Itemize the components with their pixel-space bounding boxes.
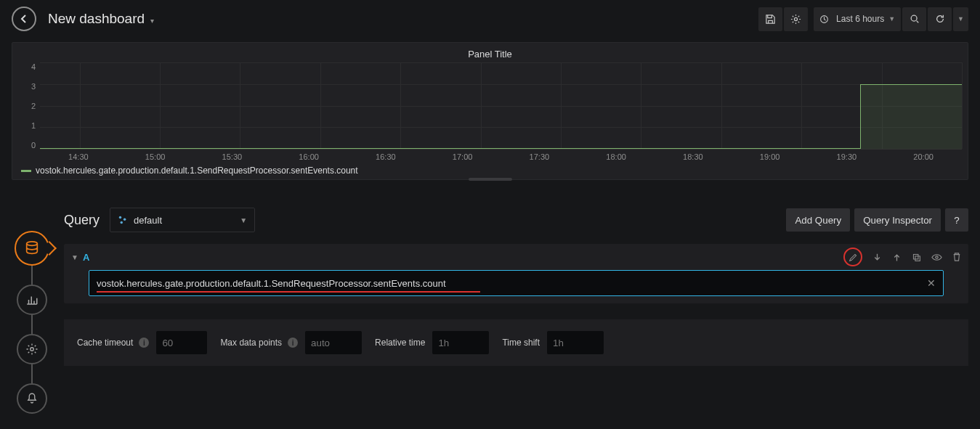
datasource-select[interactable]: default ▼	[110, 208, 255, 232]
tab-general[interactable]	[17, 334, 47, 364]
info-icon[interactable]: i	[139, 338, 149, 348]
move-down-button[interactable]	[872, 248, 882, 266]
tab-visualization[interactable]	[17, 285, 47, 315]
x-axis: 14:30 15:00 15:30 16:00 16:30 17:00 17:3…	[40, 150, 962, 161]
refresh-interval-button[interactable]: ▼	[953, 7, 968, 31]
trash-icon	[952, 252, 961, 262]
svg-rect-8	[913, 254, 918, 259]
chevron-down-icon: ▼	[888, 15, 895, 23]
bell-icon	[25, 392, 39, 405]
dashboard-title[interactable]: New dashboard ▾	[36, 11, 154, 27]
drag-handle[interactable]	[469, 178, 512, 181]
pencil-icon	[849, 253, 858, 262]
svg-rect-9	[915, 256, 920, 261]
svg-point-4	[31, 348, 34, 351]
datasource-icon	[118, 215, 128, 225]
svg-point-2	[911, 15, 917, 21]
relative-time-input[interactable]	[432, 331, 489, 354]
copy-icon	[912, 253, 921, 262]
legend-item[interactable]: vostok.hercules.gate.production.default.…	[18, 166, 962, 176]
settings-button[interactable]	[784, 7, 808, 31]
chevron-down-icon: ▼	[957, 15, 964, 23]
svg-point-7	[121, 221, 123, 224]
relative-time-label: Relative time	[375, 338, 432, 348]
zoom-out-button[interactable]	[902, 7, 926, 31]
query-input[interactable]	[97, 278, 927, 289]
svg-point-0	[795, 17, 798, 20]
database-icon	[24, 240, 40, 256]
title-text: New dashboard	[48, 11, 145, 26]
arrow-up-icon	[892, 253, 902, 262]
back-button[interactable]	[12, 7, 36, 31]
time-range-label: Last 6 hours	[832, 14, 888, 24]
save-button[interactable]	[758, 7, 782, 31]
series-line	[40, 148, 860, 149]
tab-alert[interactable]	[17, 383, 47, 414]
svg-point-6	[123, 218, 126, 221]
refresh-icon	[935, 14, 945, 24]
clock-icon	[819, 15, 829, 24]
legend-label: vostok.hercules.gate.production.default.…	[36, 166, 358, 176]
y-axis: 4 3 2 1 0	[18, 62, 40, 150]
max-data-points-label: Max data pointsi	[220, 338, 305, 348]
delete-button[interactable]	[952, 248, 961, 266]
cache-timeout-label: Cache timeouti	[77, 338, 156, 348]
time-range-button[interactable]: Last 6 hours ▼	[814, 7, 901, 31]
query-inspector-button[interactable]: Query Inspector	[854, 208, 941, 232]
svg-point-10	[936, 256, 938, 258]
save-icon	[765, 14, 776, 25]
chart-icon	[25, 293, 39, 306]
move-up-button[interactable]	[892, 248, 902, 266]
graph-panel: Panel Title 4 3 2 1 0	[12, 42, 968, 180]
chevron-down-icon: ▼	[240, 216, 247, 224]
eye-icon	[931, 253, 942, 262]
toggle-visibility-button[interactable]	[931, 248, 942, 266]
time-shift-input[interactable]	[547, 331, 604, 354]
tab-queries[interactable]	[15, 231, 49, 266]
svg-point-3	[27, 242, 38, 246]
duplicate-button[interactable]	[912, 248, 921, 266]
cache-timeout-input[interactable]	[156, 331, 207, 354]
plot-area[interactable]	[40, 62, 962, 150]
max-data-points-input[interactable]	[305, 331, 362, 354]
section-title: Query	[64, 213, 100, 228]
legend-swatch	[21, 170, 31, 172]
error-underline	[97, 291, 480, 293]
search-icon	[910, 14, 920, 24]
query-input-wrap: ✕	[89, 270, 944, 296]
collapse-icon[interactable]: ▼	[71, 253, 78, 261]
time-shift-label: Time shift	[502, 338, 547, 348]
arrow-down-icon	[872, 253, 882, 262]
datasource-label: default	[134, 215, 162, 226]
chevron-down-icon: ▾	[150, 17, 154, 25]
refresh-button[interactable]	[928, 7, 952, 31]
help-button[interactable]: ?	[945, 208, 968, 232]
query-row: ▼ A	[64, 244, 968, 303]
panel-title: Panel Title	[18, 49, 962, 60]
info-icon[interactable]: i	[288, 338, 298, 348]
series-area	[860, 84, 962, 149]
add-query-button[interactable]: Add Query	[786, 208, 850, 232]
svg-point-5	[119, 216, 122, 219]
query-options: Cache timeouti Max data pointsi Relative…	[64, 319, 968, 366]
gear-icon	[790, 14, 801, 25]
toggle-edit-button[interactable]	[843, 248, 862, 266]
query-letter[interactable]: A	[83, 252, 89, 263]
gear-icon	[25, 343, 39, 356]
clear-button[interactable]: ✕	[927, 277, 936, 289]
